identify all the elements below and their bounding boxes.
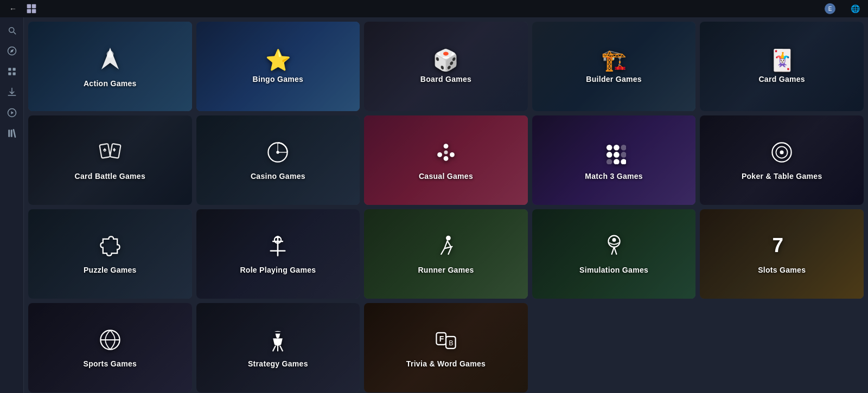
svg-point-28 — [621, 144, 626, 150]
main-layout: Action Games⭐Bingo Games🎲Board Games🏗️Bu… — [0, 17, 868, 393]
card-content-cardbattle: ♠ ♦ Card Battle Games — [28, 115, 192, 205]
card-label-puzzle: Puzzle Games — [84, 266, 137, 274]
svg-text:F: F — [439, 334, 444, 343]
category-card-cardbattle[interactable]: ♠ ♦ Card Battle Games — [28, 115, 192, 205]
svg-text:7: 7 — [773, 234, 784, 256]
sidebar-item-play[interactable] — [3, 104, 21, 121]
card-content-action: Action Games — [28, 22, 192, 111]
category-card-action[interactable]: Action Games — [28, 22, 192, 111]
sidebar-item-categories[interactable] — [3, 63, 21, 80]
category-card-slots[interactable]: 7 Slots Games — [700, 209, 864, 299]
sidebar — [0, 17, 24, 393]
category-card-puzzle[interactable]: Puzzle Games — [28, 209, 192, 299]
svg-marker-11 — [11, 111, 14, 114]
card-icon-match3 — [602, 140, 626, 167]
card-icon-slots: 7 — [770, 234, 794, 261]
sidebar-item-search[interactable] — [3, 22, 21, 39]
card-label-rpg: Role Playing Games — [240, 266, 316, 274]
svg-point-39 — [446, 235, 451, 240]
card-icon-casual — [434, 140, 458, 167]
sidebar-item-library[interactable] — [3, 125, 21, 142]
card-icon-action — [97, 46, 123, 75]
category-card-poker[interactable]: Poker & Table Games — [700, 115, 864, 205]
card-icon-poker — [770, 140, 794, 167]
card-content-casino: Casino Games — [196, 115, 360, 205]
card-content-match3: Match 3 Games — [532, 115, 696, 205]
svg-rect-6 — [8, 68, 11, 70]
card-label-match3: Match 3 Games — [585, 172, 643, 181]
svg-text:♠: ♠ — [103, 146, 107, 153]
card-label-sports: Sports Games — [84, 359, 137, 368]
card-content-sports: Sports Games — [28, 303, 192, 392]
category-card-builder[interactable]: 🏗️Builder Games — [532, 22, 696, 111]
sidebar-item-installed[interactable] — [3, 83, 21, 101]
card-content-strategy: Strategy Games — [196, 303, 360, 392]
topbar-right: E 🌐 — [825, 2, 861, 15]
svg-rect-7 — [12, 68, 15, 70]
svg-text:B: B — [449, 339, 453, 346]
card-label-card: Card Games — [758, 75, 805, 83]
category-card-bingo[interactable]: ⭐Bingo Games — [196, 22, 360, 111]
topbar-left: ← — [7, 2, 38, 15]
svg-point-41 — [612, 238, 616, 242]
card-icon-simulation — [602, 234, 626, 261]
svg-point-34 — [621, 159, 626, 164]
content-area: Action Games⭐Bingo Games🎲Board Games🏗️Bu… — [24, 17, 868, 393]
category-card-card[interactable]: 🃏Card Games — [700, 22, 864, 111]
card-content-card: 🃏Card Games — [700, 22, 864, 111]
card-content-trivia: F B Trivia & Word Games — [364, 303, 528, 392]
card-icon-puzzle — [98, 234, 122, 261]
card-label-builder: Builder Games — [586, 75, 642, 83]
card-icon-casino — [266, 140, 290, 167]
card-label-runner: Runner Games — [418, 266, 474, 274]
category-card-sports[interactable]: Sports Games — [28, 303, 192, 392]
category-card-simulation[interactable]: Simulation Games — [532, 209, 696, 299]
card-icon-card: 🃏 — [769, 50, 795, 70]
sidebar-item-discover[interactable] — [3, 42, 21, 60]
card-content-puzzle: Puzzle Games — [28, 209, 192, 299]
globe-icon[interactable]: 🌐 — [848, 2, 861, 15]
card-label-casino: Casino Games — [251, 172, 305, 181]
card-label-casual: Casual Games — [419, 172, 473, 181]
svg-point-22 — [437, 152, 442, 157]
svg-rect-9 — [12, 73, 15, 75]
svg-rect-1 — [32, 4, 36, 9]
svg-rect-13 — [10, 130, 12, 137]
svg-point-29 — [607, 152, 612, 158]
card-content-bingo: ⭐Bingo Games — [196, 22, 360, 111]
category-card-trivia[interactable]: F B Trivia & Word Games — [364, 303, 528, 392]
category-card-strategy[interactable]: Strategy Games — [196, 303, 360, 392]
card-label-action: Action Games — [84, 79, 137, 88]
card-label-strategy: Strategy Games — [248, 359, 308, 368]
category-card-rpg[interactable]: Role Playing Games — [196, 209, 360, 299]
category-card-casino[interactable]: Casino Games — [196, 115, 360, 205]
category-card-board[interactable]: 🎲Board Games — [364, 22, 528, 111]
svg-point-32 — [607, 159, 612, 164]
card-label-simulation: Simulation Games — [579, 266, 648, 274]
svg-point-37 — [780, 150, 784, 154]
card-label-trivia: Trivia & Word Games — [406, 359, 486, 368]
svg-rect-3 — [32, 9, 36, 14]
svg-point-14 — [106, 50, 113, 57]
topbar: ← E 🌐 — [0, 0, 868, 17]
back-button[interactable]: ← — [7, 2, 20, 15]
avatar: E — [825, 3, 835, 14]
card-content-casual: Casual Games — [364, 115, 528, 205]
category-card-casual[interactable]: Casual Games — [364, 115, 528, 205]
card-label-poker: Poker & Table Games — [742, 172, 822, 181]
card-icon-board: 🎲 — [433, 50, 458, 70]
card-icon-builder: 🏗️ — [601, 50, 627, 70]
svg-marker-5 — [10, 49, 13, 53]
svg-point-26 — [607, 144, 612, 150]
app-logo — [25, 2, 38, 15]
card-icon-bingo: ⭐ — [265, 50, 291, 70]
svg-point-23 — [450, 152, 455, 157]
category-card-match3[interactable]: Match 3 Games — [532, 115, 696, 205]
card-content-simulation: Simulation Games — [532, 209, 696, 299]
card-label-board: Board Games — [420, 75, 471, 83]
card-icon-runner — [434, 234, 458, 261]
svg-rect-8 — [8, 73, 11, 75]
card-icon-strategy — [266, 328, 290, 355]
card-content-rpg: Role Playing Games — [196, 209, 360, 299]
category-card-runner[interactable]: Runner Games — [364, 209, 528, 299]
